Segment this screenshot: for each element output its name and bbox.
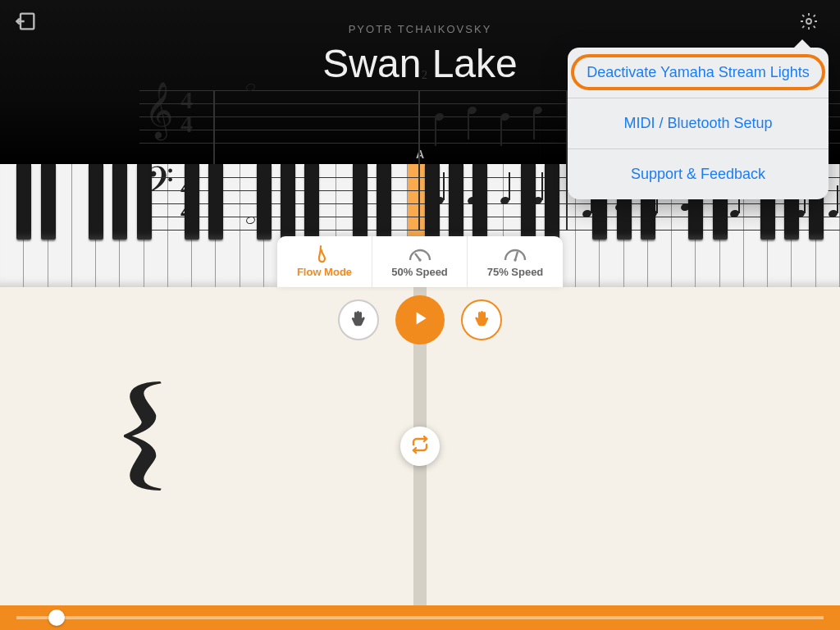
composer-label: PYOTR TCHAIKOVSKY [0,23,840,35]
menu-item-support-feedback[interactable]: Support & Feedback [568,149,829,199]
black-key[interactable] [377,164,391,240]
left-hand-button[interactable] [338,299,379,340]
time-signature: 4 4 [180,89,193,135]
repeat-button[interactable] [400,427,440,466]
grand-staff-brace: 𝄔 [116,371,163,514]
bar-number: 2 [422,69,427,82]
treble-clef-icon: 𝄞 [144,85,173,135]
tsig-top: 4 [180,89,193,112]
play-button[interactable] [395,295,445,345]
progress-thumb[interactable] [48,609,65,626]
black-key[interactable] [304,164,319,240]
tab-flow-mode[interactable]: Flow Mode [277,236,372,287]
tab-label: Flow Mode [297,266,352,278]
gauge-icon [503,245,527,263]
black-key[interactable] [112,164,127,240]
progress-track[interactable] [16,616,824,619]
menu-item-deactivate-stream-lights[interactable]: Deactivate Yamaha Stream Lights [568,48,829,98]
hand-icon [472,308,491,331]
gauge-icon [408,245,432,263]
svg-point-3 [418,258,421,261]
repeat-icon [410,435,430,458]
play-icon [409,308,431,332]
tsig-bottom: 4 [180,112,193,136]
black-key[interactable] [425,164,440,240]
black-key[interactable] [449,164,463,240]
right-hand-button[interactable] [461,299,502,340]
black-key[interactable] [545,164,559,240]
mode-tabs: Flow Mode 50% Speed 75% Speed [277,236,563,287]
settings-popover: Deactivate Yamaha Stream Lights MIDI / B… [568,48,829,199]
hand-icon [349,308,368,331]
tab-speed-75[interactable]: 75% Speed [468,236,563,287]
black-key[interactable] [41,164,56,240]
black-key[interactable] [185,164,199,240]
black-key[interactable] [89,164,103,240]
black-key[interactable] [257,164,272,240]
menu-item-midi-bluetooth[interactable]: MIDI / Bluetooth Setup [568,98,829,149]
black-key[interactable] [472,164,487,240]
tab-label: 75% Speed [487,266,544,278]
svg-point-5 [514,258,516,261]
black-key[interactable] [16,164,31,240]
progress-bar[interactable] [0,605,840,630]
black-key[interactable] [521,164,536,240]
tab-speed-50[interactable]: 50% Speed [372,236,468,287]
flow-mode-icon [317,245,333,263]
black-key[interactable] [137,164,152,240]
playback-controls [338,295,502,345]
tab-label: 50% Speed [391,266,448,278]
black-key[interactable] [281,164,295,240]
black-key[interactable] [353,164,368,240]
black-key[interactable] [208,164,223,240]
